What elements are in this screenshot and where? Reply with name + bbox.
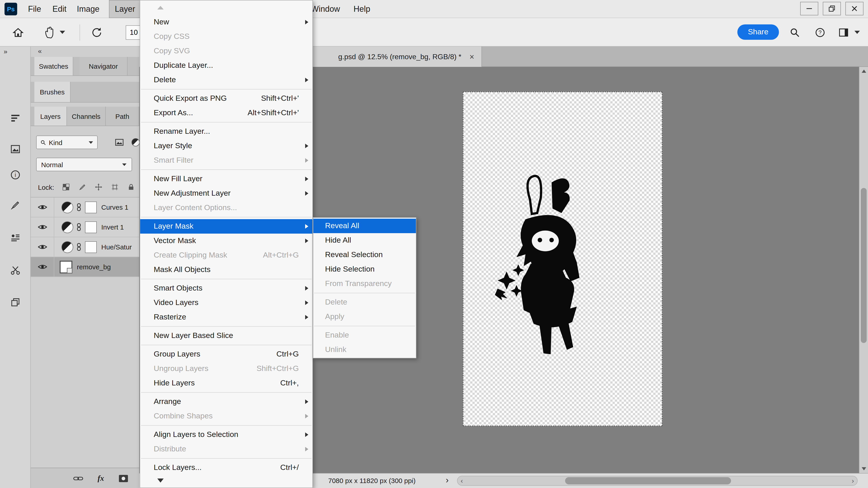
tab-navigator[interactable]: Navigator [80,57,127,75]
submenu-arrow-icon [305,20,308,24]
horizontal-scrollbar[interactable]: ‹ › [457,476,858,486]
layer-menu-item-rasterize[interactable]: Rasterize [140,310,312,324]
lock-transparency-button[interactable] [61,183,70,192]
layer-menu-item-quick-export-as-png[interactable]: Quick Export as PNGShift+Ctrl+' [140,91,312,106]
tab-paths[interactable]: Path [106,107,139,126]
lock-position-button[interactable] [94,183,103,192]
hand-tool-button[interactable] [41,24,58,41]
layer-menu-item-mask-all-objects[interactable]: Mask All Objects [140,263,312,277]
tab-brushes[interactable]: Brushes [34,82,70,102]
horizontal-scrollbar-thumb[interactable] [565,477,731,484]
hand-icon [44,27,55,38]
submenu-item-hide-all[interactable]: Hide All [313,233,416,248]
lock-image-button[interactable] [78,183,87,192]
histogram-panel-icon[interactable] [6,109,24,127]
adjustment-layer-thumbnail[interactable] [61,241,73,253]
layer-row-hue-satur[interactable]: Hue/Satur [31,237,139,257]
layer-filter-kind-select[interactable]: Kind [36,135,98,149]
tab-swatches[interactable]: Swatches [34,57,73,75]
brush-settings-panel-icon[interactable] [6,196,24,214]
layer-menu-item-layer-style[interactable]: Layer Style [140,139,312,153]
layer-visibility-eye-icon[interactable] [31,237,54,257]
layer-menu-item-layer-mask[interactable]: Layer Mask [140,219,312,234]
filter-by-adjustment-button[interactable] [129,136,139,148]
layer-menu-item-video-layers[interactable]: Video Layers [140,295,312,310]
layer-menu-item-delete[interactable]: Delete [140,73,312,87]
submenu-item-reveal-selection[interactable]: Reveal Selection [313,248,416,262]
layer-menu-item-hide-layers[interactable]: Hide LayersCtrl+, [140,376,312,390]
add-layer-mask-button[interactable] [118,473,129,484]
expand-dock-button[interactable]: » [4,47,7,55]
layer-menu-item-export-as[interactable]: Export As...Alt+Shift+Ctrl+' [140,106,312,120]
scroll-left-arrow-icon[interactable]: ‹ [461,477,463,484]
layer-menu-item-new-layer-based-slice[interactable]: New Layer Based Slice [140,328,312,343]
libraries-panel-icon[interactable] [6,140,24,158]
scissors-icon[interactable] [6,261,24,279]
layer-mask-thumbnail[interactable] [85,201,97,213]
workspace-dropdown-chevron-icon[interactable] [855,31,860,34]
layer-menu-item-smart-objects[interactable]: Smart Objects [140,281,312,295]
layer-mask-thumbnail[interactable] [85,221,97,233]
scroll-down-arrow-icon[interactable] [862,467,866,470]
scroll-right-arrow-icon[interactable]: › [852,477,854,484]
menu-help[interactable]: Help [348,0,376,18]
hand-tool-dropdown-chevron-icon[interactable] [60,31,65,34]
layer-menu-item-new-fill-layer[interactable]: New Fill Layer [140,172,312,186]
menu-edit[interactable]: Edit [47,0,72,18]
layer-row-invert-1[interactable]: Invert 1 [31,217,139,237]
layer-visibility-eye-icon[interactable] [31,257,54,276]
layer-menu-item-align-layers-to-selection[interactable]: Align Layers to Selection [140,427,312,442]
restore-button[interactable] [823,2,841,15]
tab-layers[interactable]: Layers [34,107,67,126]
lock-artboard-button[interactable] [110,183,119,192]
layer-menu-item-vector-mask[interactable]: Vector Mask [140,234,312,248]
layer-menu-item-group-layers[interactable]: Group LayersCtrl+G [140,347,312,361]
clone-source-panel-icon[interactable] [6,293,24,311]
layer-visibility-eye-icon[interactable] [31,217,54,237]
vertical-scrollbar-thumb[interactable] [861,188,867,343]
layer-menu-item-duplicate-layer[interactable]: Duplicate Layer... [140,58,312,73]
layer-visibility-eye-icon[interactable] [31,197,54,217]
status-options-chevron[interactable]: › [446,475,449,485]
layer-row-remove-bg[interactable]: remove_bg [31,257,139,277]
scroll-up-arrow-icon[interactable] [862,70,866,73]
layer-row-curves-1[interactable]: Curves 1 [31,197,139,217]
menu-file[interactable]: File [23,0,46,18]
blend-mode-select[interactable]: Normal [36,158,132,171]
minimize-icon [806,5,813,12]
info-panel-icon[interactable]: i [6,166,24,184]
adjustment-layer-thumbnail[interactable] [61,201,73,213]
document-canvas[interactable] [463,92,662,426]
layer-mask-thumbnail[interactable] [85,241,97,253]
character-panel-icon[interactable] [6,229,24,247]
menu-layer[interactable]: Layer [109,0,141,18]
layer-menu-item-new-adjustment-layer[interactable]: New Adjustment Layer [140,186,312,201]
tab-channels[interactable]: Channels [67,107,106,126]
link-layers-button[interactable] [72,473,84,484]
menu-scroll-down[interactable] [140,474,312,488]
workspace-button[interactable] [835,24,852,41]
layer-style-fx-button[interactable]: fx [95,473,107,484]
help-button[interactable]: ? [812,24,828,41]
close-button[interactable] [845,2,864,15]
layer-menu-item-lock-layers[interactable]: Lock Layers...Ctrl+/ [140,460,312,475]
menu-scroll-up[interactable] [140,0,312,15]
rotate-view-button[interactable] [89,24,105,41]
minimize-button[interactable] [800,2,818,15]
lock-all-button[interactable] [127,183,135,192]
share-button[interactable]: Share [737,24,779,40]
submenu-item-reveal-all[interactable]: Reveal All [313,219,416,233]
menu-image[interactable]: Image [71,0,105,18]
layer-menu-item-rename-layer[interactable]: Rename Layer... [140,124,312,139]
home-button[interactable] [10,24,26,41]
vertical-scrollbar[interactable] [859,67,868,473]
document-close-icon[interactable]: × [469,53,474,61]
layer-menu-item-arrange[interactable]: Arrange [140,394,312,409]
adjustment-layer-thumbnail[interactable] [61,221,73,233]
collapse-panels-button[interactable]: « [38,47,42,55]
submenu-item-hide-selection[interactable]: Hide Selection [313,262,416,276]
layer-menu-item-new[interactable]: New [140,15,312,29]
search-button[interactable] [786,24,803,41]
layer-thumbnail[interactable] [60,260,72,273]
filter-by-image-button[interactable] [113,136,126,148]
